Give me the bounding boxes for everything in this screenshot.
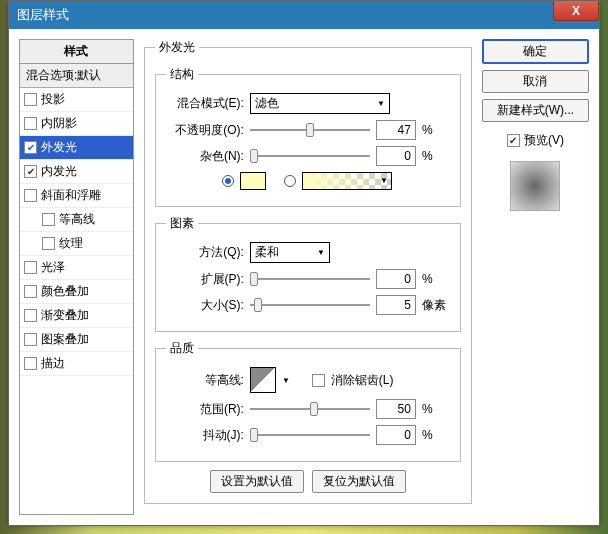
style-checkbox[interactable]: ✔ <box>24 141 37 154</box>
chevron-down-icon: ▼ <box>317 248 325 257</box>
style-list: 样式 混合选项:默认 投影内阴影✔外发光✔内发光斜面和浮雕等高线纹理光泽颜色叠加… <box>19 39 134 515</box>
style-row[interactable]: 光泽 <box>20 256 133 280</box>
style-label: 外发光 <box>41 139 77 156</box>
style-row[interactable]: 内阴影 <box>20 112 133 136</box>
technique-combo[interactable]: 柔和 ▼ <box>250 242 330 263</box>
size-slider[interactable] <box>250 297 370 313</box>
jitter-slider[interactable] <box>250 427 370 443</box>
style-checkbox[interactable] <box>24 189 37 202</box>
contour-swatch[interactable] <box>250 367 276 393</box>
chevron-down-icon: ▼ <box>377 99 385 108</box>
style-label: 内阴影 <box>41 115 77 132</box>
noise-input[interactable] <box>376 146 416 166</box>
structure-group: 结构 混合模式(E): 滤色 ▼ 不透明度(O): <box>155 66 461 207</box>
set-default-button[interactable]: 设置为默认值 <box>210 470 304 493</box>
spread-unit: % <box>422 272 450 286</box>
structure-legend: 结构 <box>166 66 198 83</box>
jitter-unit: % <box>422 428 450 442</box>
style-row[interactable]: 渐变叠加 <box>20 304 133 328</box>
style-checkbox[interactable] <box>24 333 37 346</box>
dialog-title: 图层样式 <box>17 6 69 24</box>
quality-group: 品质 等高线: ▼ 消除锯齿(L) 范围(R): <box>155 340 461 462</box>
style-label: 斜面和浮雕 <box>41 187 101 204</box>
elements-legend: 图素 <box>166 215 198 232</box>
style-label: 颜色叠加 <box>41 283 89 300</box>
style-checkbox[interactable] <box>24 261 37 274</box>
close-icon: X <box>572 4 580 18</box>
style-row[interactable]: 纹理 <box>20 232 133 256</box>
style-row[interactable]: 斜面和浮雕 <box>20 184 133 208</box>
style-row[interactable]: 等高线 <box>20 208 133 232</box>
style-checkbox[interactable] <box>42 237 55 250</box>
style-checkbox[interactable]: ✔ <box>24 165 37 178</box>
noise-label: 杂色(N): <box>166 148 244 165</box>
outer-glow-legend: 外发光 <box>155 39 199 56</box>
style-row[interactable]: 投影 <box>20 88 133 112</box>
noise-slider[interactable] <box>250 148 370 164</box>
chevron-down-icon[interactable]: ▼ <box>282 376 290 385</box>
ok-button[interactable]: 确定 <box>482 39 589 64</box>
right-panel: 确定 取消 新建样式(W)... ✔ 预览(V) <box>482 39 589 515</box>
main-panel: 外发光 结构 混合模式(E): 滤色 ▼ 不透明度(O): <box>144 39 472 515</box>
color-radio[interactable] <box>222 175 234 187</box>
quality-legend: 品质 <box>166 340 198 357</box>
blend-mode-combo[interactable]: 滤色 ▼ <box>250 93 390 114</box>
new-style-button[interactable]: 新建样式(W)... <box>482 99 589 122</box>
opacity-slider[interactable] <box>250 122 370 138</box>
range-slider[interactable] <box>250 401 370 417</box>
jitter-input[interactable] <box>376 425 416 445</box>
preview-checkbox[interactable]: ✔ <box>507 134 520 147</box>
style-row[interactable]: 描边 <box>20 352 133 376</box>
opacity-label: 不透明度(O): <box>166 122 244 139</box>
technique-value: 柔和 <box>255 244 279 261</box>
opacity-input[interactable] <box>376 120 416 140</box>
style-list-header[interactable]: 样式 <box>20 40 133 64</box>
range-label: 范围(R): <box>166 401 244 418</box>
style-row[interactable]: ✔内发光 <box>20 160 133 184</box>
spread-label: 扩展(P): <box>166 271 244 288</box>
reset-default-button[interactable]: 复位为默认值 <box>312 470 406 493</box>
style-label: 内发光 <box>41 163 77 180</box>
preview-label: 预览(V) <box>524 132 564 149</box>
style-label: 图案叠加 <box>41 331 89 348</box>
noise-unit: % <box>422 149 450 163</box>
style-row[interactable]: 图案叠加 <box>20 328 133 352</box>
contour-label: 等高线: <box>166 372 244 389</box>
style-label: 投影 <box>41 91 65 108</box>
size-input[interactable] <box>376 295 416 315</box>
blend-options-header[interactable]: 混合选项:默认 <box>20 64 133 88</box>
opacity-unit: % <box>422 123 450 137</box>
glow-color-swatch[interactable] <box>240 172 266 190</box>
style-checkbox[interactable] <box>24 357 37 370</box>
style-checkbox[interactable] <box>24 309 37 322</box>
elements-group: 图素 方法(Q): 柔和 ▼ 扩展(P): <box>155 215 461 332</box>
size-label: 大小(S): <box>166 297 244 314</box>
style-checkbox[interactable] <box>24 285 37 298</box>
antialias-label: 消除锯齿(L) <box>331 372 394 389</box>
technique-label: 方法(Q): <box>166 244 244 261</box>
spread-input[interactable] <box>376 269 416 289</box>
style-label: 渐变叠加 <box>41 307 89 324</box>
style-row[interactable]: 颜色叠加 <box>20 280 133 304</box>
outer-glow-group: 外发光 结构 混合模式(E): 滤色 ▼ 不透明度(O): <box>144 39 472 504</box>
style-row[interactable]: ✔外发光 <box>20 136 133 160</box>
style-checkbox[interactable] <box>24 117 37 130</box>
style-checkbox[interactable] <box>42 213 55 226</box>
style-label: 描边 <box>41 355 65 372</box>
range-input[interactable] <box>376 399 416 419</box>
layer-style-dialog: 图层样式 X 样式 混合选项:默认 投影内阴影✔外发光✔内发光斜面和浮雕等高线纹… <box>8 0 600 526</box>
cancel-button[interactable]: 取消 <box>482 70 589 93</box>
blend-mode-value: 滤色 <box>255 95 279 112</box>
glow-gradient-swatch[interactable]: ▼ <box>302 172 392 190</box>
antialias-checkbox[interactable] <box>312 374 325 387</box>
style-label: 等高线 <box>59 211 95 228</box>
close-button[interactable]: X <box>553 1 599 21</box>
jitter-label: 抖动(J): <box>166 427 244 444</box>
titlebar[interactable]: 图层样式 X <box>9 1 599 29</box>
chevron-down-icon: ▼ <box>380 176 388 185</box>
style-checkbox[interactable] <box>24 93 37 106</box>
style-label: 纹理 <box>59 235 83 252</box>
spread-slider[interactable] <box>250 271 370 287</box>
size-unit: 像素 <box>422 297 450 314</box>
gradient-radio[interactable] <box>284 175 296 187</box>
